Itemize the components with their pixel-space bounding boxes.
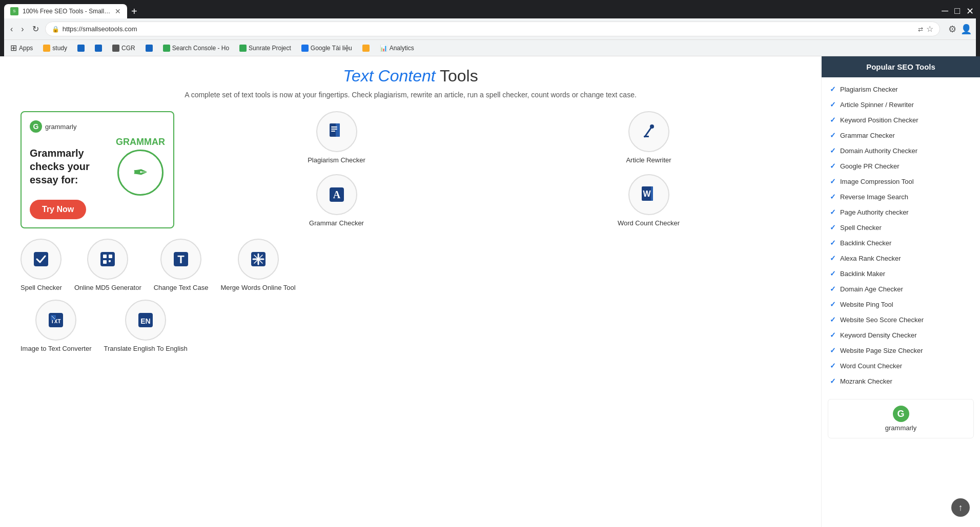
svg-rect-3 bbox=[331, 129, 337, 130]
sidebar-item-grammar-checker[interactable]: ✓ Grammar Checker bbox=[822, 128, 980, 143]
translate-icon-circle: EN bbox=[125, 300, 166, 341]
content-area: Text Content Tools A complete set of tex… bbox=[0, 56, 821, 527]
tab-bar: S 100% Free SEO Tools - SmallSEO... ✕ + … bbox=[4, 4, 976, 18]
active-tab[interactable]: S 100% Free SEO Tools - SmallSEO... ✕ bbox=[4, 4, 127, 18]
sidebar-label-10: Backlink Checker bbox=[840, 239, 891, 247]
sidebar-item-spell-checker[interactable]: ✓ Spell Checker bbox=[822, 220, 980, 235]
bookmark-study-label: study bbox=[52, 45, 67, 52]
sidebar-label-0: Plagiarism Checker bbox=[840, 86, 898, 93]
sidebar-item-mozrank[interactable]: ✓ Mozrank Checker bbox=[822, 373, 980, 389]
change-text-case-icon-circle: T bbox=[160, 239, 201, 280]
image-to-text-icon: TXT bbox=[47, 311, 65, 329]
sidebar-label-1: Article Spinner / Rewriter bbox=[840, 101, 914, 109]
grammarly-try-button[interactable]: Try Now bbox=[30, 200, 86, 219]
word-count-icon: W bbox=[640, 185, 658, 204]
maximize-button[interactable]: □ bbox=[954, 6, 960, 17]
sidebar-item-plagiarism-checker[interactable]: ✓ Plagiarism Checker bbox=[822, 81, 980, 97]
tool-merge-words[interactable]: Merge Words Online Tool bbox=[220, 239, 295, 291]
sidebar-item-seo-score[interactable]: ✓ Website Seo Score Checker bbox=[822, 312, 980, 327]
star-icon[interactable]: ☆ bbox=[926, 24, 933, 34]
bookmark-5[interactable] bbox=[360, 44, 372, 53]
sidebar: Popular SEO Tools ✓ Plagiarism Checker ✓… bbox=[821, 56, 980, 527]
tool-article-rewriter[interactable]: Article Rewriter bbox=[497, 111, 801, 166]
spell-checker-label: Spell Checker bbox=[21, 284, 62, 291]
bookmark-2[interactable] bbox=[75, 44, 87, 53]
md5-generator-label: Online MD5 Generator bbox=[74, 284, 141, 291]
bookmark-search-console[interactable]: Search Console - Ho bbox=[161, 44, 231, 53]
tool-md5-generator[interactable]: Online MD5 Generator bbox=[74, 239, 141, 291]
bookmark-analytics[interactable]: 📊 Analytics bbox=[378, 44, 416, 53]
check-icon-6: ✓ bbox=[830, 177, 836, 185]
sidebar-item-alexa-rank[interactable]: ✓ Alexa Rank Checker bbox=[822, 250, 980, 266]
bookmark-3[interactable] bbox=[93, 44, 104, 53]
back-button[interactable]: ‹ bbox=[8, 24, 15, 35]
sidebar-item-word-count[interactable]: ✓ Word Count Checker bbox=[822, 358, 980, 373]
bookmark-apps[interactable]: ⊞ Apps bbox=[8, 42, 35, 54]
tool-plagiarism-checker[interactable]: Plagiarism Checker bbox=[185, 111, 488, 166]
sidebar-item-domain-age[interactable]: ✓ Domain Age Checker bbox=[822, 281, 980, 297]
bookmark-google-docs[interactable]: Google Tài liệu bbox=[299, 44, 354, 53]
page-title: Text Content Tools bbox=[21, 67, 801, 86]
first-tools-grid: Plagiarism Checker Article Rewriter bbox=[185, 111, 801, 228]
sidebar-item-backlink-checker[interactable]: ✓ Backlink Checker bbox=[822, 235, 980, 250]
sidebar-label-6: Image Compression Tool bbox=[840, 178, 914, 185]
browser-chrome: S 100% Free SEO Tools - SmallSEO... ✕ + … bbox=[0, 0, 980, 56]
sidebar-label-9: Spell Checker bbox=[840, 224, 882, 231]
minimize-button[interactable]: ─ bbox=[942, 6, 948, 17]
profile-icon[interactable]: 👤 bbox=[961, 24, 972, 35]
sidebar-grammarly-ad[interactable]: G grammarly bbox=[828, 399, 974, 438]
bookmark-sunrate[interactable]: Sunrate Project bbox=[237, 44, 293, 53]
scroll-to-top-button[interactable]: ↑ bbox=[951, 498, 970, 517]
tool-change-text-case[interactable]: T Change Text Case bbox=[154, 239, 209, 291]
grammar-checker-icon: A bbox=[328, 185, 346, 204]
page-subtitle: A complete set of text tools is now at y… bbox=[21, 91, 801, 99]
grammarly-logo: G grammarly bbox=[30, 120, 165, 133]
bookmark-cgr[interactable]: CGR bbox=[110, 44, 137, 53]
plagiarism-checker-icon bbox=[328, 122, 346, 141]
svg-rect-10 bbox=[651, 186, 653, 201]
sidebar-label-19: Mozrank Checker bbox=[840, 377, 892, 385]
sidebar-item-keyword-position[interactable]: ✓ Keyword Position Checker bbox=[822, 112, 980, 128]
tool-grammar-checker[interactable]: A Grammar Checker bbox=[185, 174, 488, 229]
new-tab-button[interactable]: + bbox=[127, 6, 141, 17]
svg-rect-6 bbox=[644, 136, 649, 137]
refresh-button[interactable]: ↻ bbox=[30, 23, 41, 35]
forward-button[interactable]: › bbox=[19, 24, 26, 35]
bookmark-4[interactable] bbox=[144, 44, 155, 53]
bookmark-study[interactable]: study bbox=[41, 44, 69, 53]
tool-translate[interactable]: EN Translate English To English bbox=[104, 300, 188, 352]
plagiarism-checker-label: Plagiarism Checker bbox=[308, 156, 365, 164]
grammarly-ad[interactable]: G grammarly Grammarly checks your essay … bbox=[21, 111, 174, 228]
check-icon-9: ✓ bbox=[830, 223, 836, 231]
check-icon-18: ✓ bbox=[830, 362, 836, 370]
tab-close-button[interactable]: ✕ bbox=[115, 7, 121, 15]
close-button[interactable]: ✕ bbox=[966, 6, 974, 17]
tool-image-to-text[interactable]: TXT Image to Text Converter bbox=[21, 300, 92, 352]
sidebar-item-reverse-image[interactable]: ✓ Reverse Image Search bbox=[822, 189, 980, 204]
sidebar-item-page-authority[interactable]: ✓ Page Authority checker bbox=[822, 204, 980, 220]
tool-spell-checker[interactable]: Spell Checker bbox=[21, 239, 62, 291]
sidebar-grammarly-icon: G bbox=[893, 406, 909, 422]
sidebar-item-backlink-maker[interactable]: ✓ Backlink Maker bbox=[822, 266, 980, 281]
sidebar-label-8: Page Authority checker bbox=[840, 208, 909, 216]
sidebar-item-google-pr[interactable]: ✓ Google PR Checker bbox=[822, 158, 980, 174]
image-to-text-icon-circle: TXT bbox=[35, 300, 76, 341]
merge-words-label: Merge Words Online Tool bbox=[220, 284, 295, 291]
sidebar-item-article-spinner[interactable]: ✓ Article Spinner / Rewriter bbox=[822, 97, 980, 112]
spell-checker-icon-circle bbox=[21, 239, 62, 280]
sidebar-item-page-size[interactable]: ✓ Website Page Size Checker bbox=[822, 343, 980, 358]
extensions-icon[interactable]: ⚙ bbox=[948, 24, 956, 35]
sidebar-item-image-compression[interactable]: ✓ Image Compression Tool bbox=[822, 174, 980, 189]
sidebar-item-website-ping[interactable]: ✓ Website Ping Tool bbox=[822, 297, 980, 312]
sidebar-label-4: Domain Authority Checker bbox=[840, 147, 917, 155]
translate-label: Translate English To English bbox=[104, 345, 188, 352]
sidebar-item-domain-authority[interactable]: ✓ Domain Authority Checker bbox=[822, 143, 980, 158]
sidebar-grammarly-label: grammarly bbox=[885, 424, 916, 432]
tool-word-count[interactable]: W Word Count Checker bbox=[497, 174, 801, 229]
article-rewriter-icon-circle bbox=[628, 111, 669, 152]
svg-rect-18 bbox=[110, 262, 112, 264]
url-bar[interactable]: 🔒 https://smallseotools.com ⇄ ☆ bbox=[45, 22, 940, 36]
sidebar-item-keyword-density[interactable]: ✓ Keyword Density Checker bbox=[822, 327, 980, 343]
sidebar-header: Popular SEO Tools bbox=[822, 56, 980, 77]
bookmark-google-docs-icon bbox=[301, 45, 309, 52]
